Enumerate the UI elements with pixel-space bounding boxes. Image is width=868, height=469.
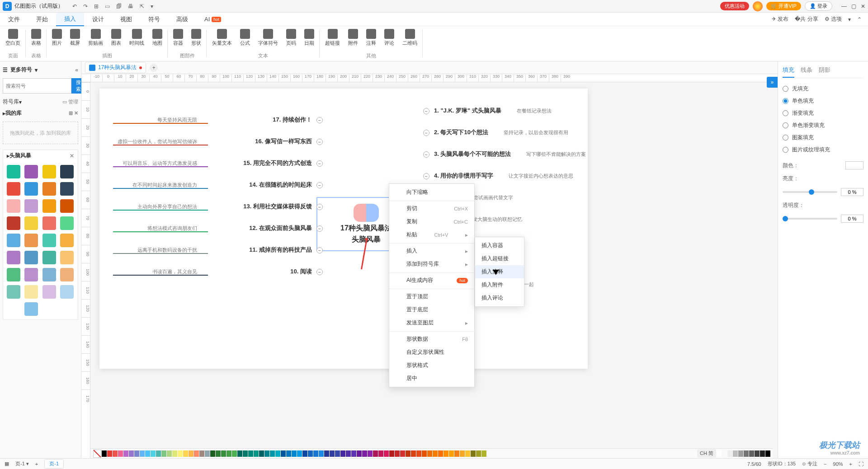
page-selector[interactable]: 页-1 ▾ — [15, 460, 29, 467]
symbol-item[interactable] — [24, 251, 38, 264]
collapse-node-icon[interactable]: − — [316, 204, 323, 210]
ctx-subitem[interactable]: 插入超链接 — [475, 252, 524, 265]
symbol-item[interactable] — [7, 268, 20, 281]
color-swatch[interactable] — [145, 450, 150, 457]
ribbon-tool[interactable]: 图表 — [108, 28, 124, 52]
ctx-item[interactable]: 形状数据F8 — [389, 331, 474, 346]
mind-branch-right[interactable]: −3. 头脑风暴每个不可能的想法写下哪些不肯能解决的方案 — [434, 150, 511, 158]
symbol-item[interactable] — [42, 182, 56, 196]
ctx-subitem[interactable]: 插入附件 — [475, 278, 524, 291]
gray-swatch[interactable] — [717, 450, 722, 457]
color-swatch[interactable] — [384, 450, 389, 457]
fill-option[interactable]: 单色渐变填充 — [783, 119, 863, 131]
tab-shadow[interactable]: 阴影 — [819, 66, 830, 78]
save-icon[interactable]: 🗐 — [116, 3, 122, 9]
color-swatch[interactable] — [422, 450, 427, 457]
doc-tab[interactable]: 17种头脑风暴法 — [85, 62, 146, 73]
mind-branch-left[interactable]: 11. 戒掉所有的科技产品−远离手机和数码设备的干扰 — [212, 246, 312, 254]
ctx-item[interactable]: 自定义形状属性 — [389, 346, 474, 359]
symbol-item[interactable] — [42, 268, 56, 281]
ribbon-tool[interactable]: 矢量文本 — [209, 28, 235, 52]
ctx-item[interactable]: 发送至图层▸ — [389, 316, 474, 329]
color-swatch[interactable] — [340, 450, 345, 457]
collapse-node-icon[interactable]: − — [423, 108, 429, 114]
color-swatch[interactable] — [449, 450, 454, 457]
color-swatch[interactable] — [400, 450, 405, 457]
color-swatch[interactable] — [178, 450, 183, 457]
no-fill-swatch[interactable] — [93, 450, 101, 458]
color-swatch[interactable] — [248, 450, 253, 457]
menu-view[interactable]: 视图 — [112, 13, 140, 26]
ctx-item[interactable]: 向下缩略 — [389, 186, 474, 199]
menu-advanced[interactable]: 高级 — [168, 13, 196, 26]
color-swatch[interactable] — [302, 450, 307, 457]
ctx-item[interactable]: 置于顶层 — [389, 289, 474, 303]
fill-radio[interactable] — [783, 98, 788, 104]
symbol-item[interactable] — [60, 199, 74, 213]
color-swatch[interactable] — [297, 450, 302, 457]
color-swatch[interactable] — [199, 450, 204, 457]
symbol-item[interactable] — [24, 165, 38, 178]
minimize-icon[interactable]: — — [841, 3, 847, 9]
ctx-item[interactable]: 添加到符号库▸ — [389, 258, 474, 271]
dropdown-icon[interactable]: ▾ — [848, 16, 851, 23]
ctx-item[interactable]: 复制Ctrl+C — [389, 215, 474, 228]
tab-fill[interactable]: 填充 — [783, 66, 794, 78]
ribbon-tool[interactable]: 图片 — [49, 28, 65, 52]
color-swatch[interactable] — [205, 450, 210, 457]
color-swatch[interactable] — [134, 450, 139, 457]
collapse-left-icon[interactable]: « — [75, 67, 78, 73]
drop-zone[interactable]: 拖拽到此处，添 加到我的库 — [3, 122, 78, 144]
rightpanel-toggle[interactable]: » — [767, 77, 778, 88]
zoom-out[interactable]: − — [824, 461, 826, 467]
gray-swatch[interactable] — [727, 450, 732, 457]
symbol-item[interactable] — [60, 234, 74, 247]
symbol-item[interactable] — [24, 199, 38, 213]
share-button[interactable]: �共 分享 — [795, 15, 818, 23]
ribbon-tool[interactable]: 页码 — [283, 28, 299, 52]
tab-line[interactable]: 线条 — [801, 66, 812, 78]
color-swatch[interactable] — [113, 450, 118, 457]
fill-option[interactable]: 渐变填充 — [783, 107, 863, 119]
brightness-slider[interactable] — [783, 191, 837, 193]
color-swatch[interactable] — [427, 450, 432, 457]
color-swatch[interactable] — [183, 450, 188, 457]
ribbon-tool[interactable]: 剪贴画 — [85, 28, 106, 52]
color-swatch[interactable] — [194, 450, 199, 457]
symbol-item[interactable] — [42, 216, 56, 230]
more-icon[interactable]: ▾ — [151, 3, 153, 9]
collapse-node-icon[interactable]: − — [423, 151, 429, 158]
menu-ai[interactable]: AIhot — [196, 13, 229, 26]
mind-branch-left[interactable]: 13. 利用社交媒体获得反馈−主动向外界分享自己的想法 — [212, 202, 312, 211]
ime-indicator[interactable]: CH 简 — [697, 449, 716, 458]
color-swatch[interactable] — [357, 450, 362, 457]
undo-icon[interactable]: ↶ — [72, 3, 77, 9]
mind-branch-left[interactable]: 15. 用完全不同的方式创造−可以用音乐、运动等方式激发灵感 — [212, 159, 312, 167]
menu-start[interactable]: 开始 — [28, 13, 56, 26]
menu-symbol[interactable]: 符号 — [140, 13, 168, 26]
section-header[interactable]: ▸ 头脑风暴 ✕ — [3, 150, 78, 161]
color-swatch[interactable] — [102, 450, 107, 457]
color-swatch[interactable] — [335, 450, 340, 457]
symbol-item[interactable] — [42, 234, 56, 247]
color-swatch[interactable] — [319, 450, 324, 457]
symbol-lib-row[interactable]: 符号库▾ ▭ 管理 — [3, 96, 78, 108]
color-swatch[interactable] — [221, 450, 226, 457]
symbol-item[interactable] — [24, 268, 38, 281]
color-swatch[interactable] — [416, 450, 421, 457]
symbol-item[interactable] — [60, 182, 74, 196]
ribbon-tool[interactable]: 形状 — [189, 28, 204, 52]
fill-option[interactable]: 图案填充 — [783, 131, 863, 144]
symbol-item[interactable] — [7, 199, 20, 213]
collapse-node-icon[interactable]: − — [316, 182, 323, 188]
ribbon-tool[interactable]: 公式 — [237, 28, 253, 52]
color-swatch[interactable] — [189, 450, 193, 457]
color-swatch[interactable] — [313, 450, 318, 457]
symbol-item[interactable] — [60, 165, 74, 178]
symbol-item[interactable] — [42, 199, 56, 213]
symbol-item[interactable] — [7, 302, 20, 316]
ctx-item[interactable]: 剪切Ctrl+X — [389, 201, 474, 215]
color-swatch[interactable] — [395, 450, 400, 457]
opacity-value[interactable] — [841, 215, 863, 223]
color-swatch[interactable] — [129, 450, 134, 457]
